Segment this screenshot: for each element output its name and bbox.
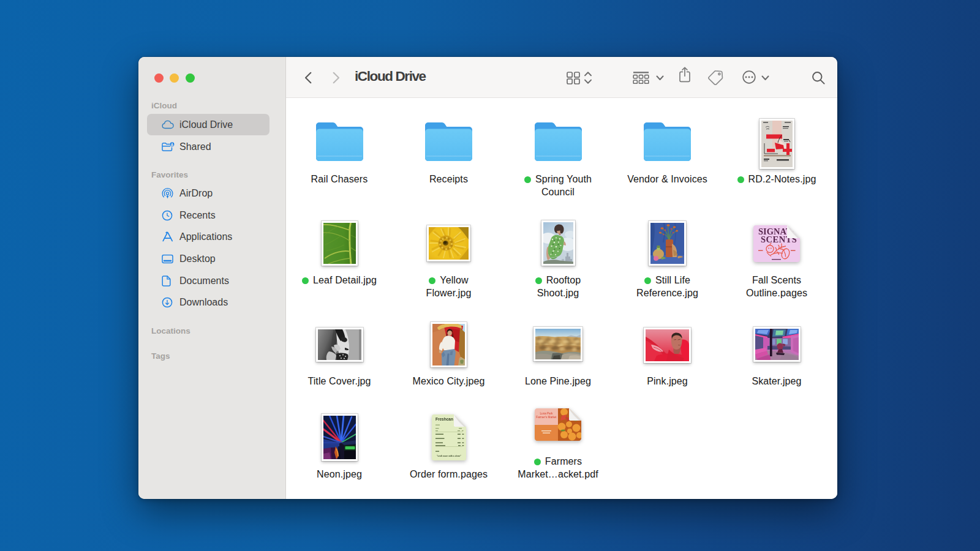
svg-text:Luna Park: Luna Park bbox=[540, 412, 554, 415]
svg-text:"craft more with a clean": "craft more with a clean" bbox=[437, 455, 461, 457]
svg-text:Farmer's Market: Farmer's Market bbox=[536, 416, 557, 419]
svg-text:Freshcan: Freshcan bbox=[435, 417, 453, 421]
